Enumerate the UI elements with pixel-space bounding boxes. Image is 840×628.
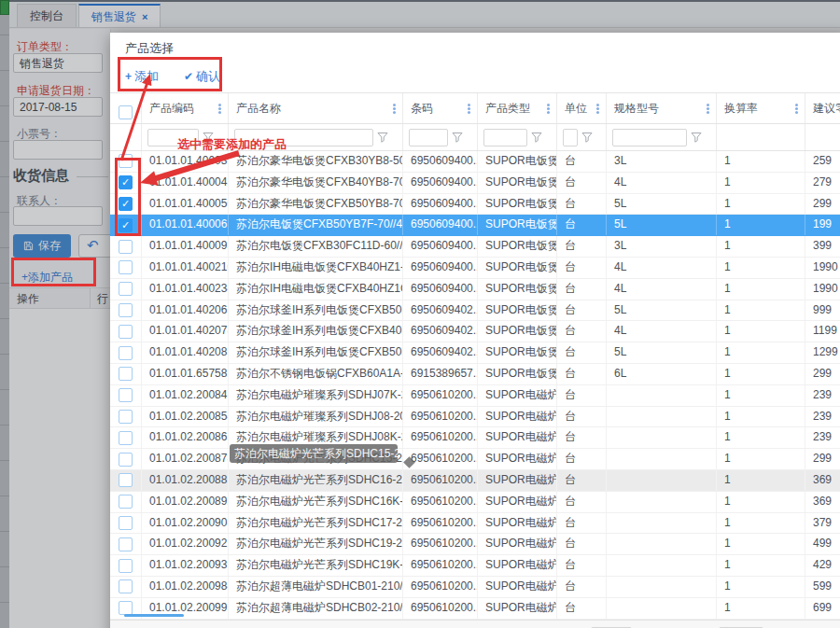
table-row[interactable]: ✓01.01.01.400050苏泊尔豪华电饭煲CFXB50YB8-70//46… — [110, 194, 840, 216]
table-row[interactable]: 01.01.01.402085苏泊尔球釜IH系列电饭煲CFXB50HZ6-1..… — [110, 342, 840, 364]
row-checkbox[interactable] — [119, 473, 133, 487]
column-header[interactable]: 产品编码 — [142, 93, 229, 123]
annotation-box-checkboxes — [115, 158, 141, 236]
table-row[interactable]: 01.01.01.402061苏泊尔球釜IH系列电饭煲CFXB50HC3-1..… — [110, 300, 840, 322]
table-cell: 1 — [717, 513, 805, 534]
column-header[interactable]: 产品名称 — [229, 93, 403, 123]
table-cell — [607, 385, 717, 406]
column-menu-icon[interactable] — [218, 104, 221, 106]
filter-input[interactable] — [612, 129, 687, 147]
column-header[interactable]: 换算率 — [717, 93, 805, 123]
filter-cell — [403, 124, 478, 150]
column-menu-icon[interactable] — [596, 104, 599, 106]
horizontal-scrollbar-thumb[interactable] — [124, 614, 184, 617]
table-cell: 台 — [557, 492, 607, 512]
table-row[interactable]: 01.01.02.200939苏泊尔电磁炉光芒系列SDHC19K-210//46… — [110, 555, 840, 577]
table-cell: 苏泊尔电磁炉光芒系列SDHC17-210//4 — [229, 513, 403, 534]
table-row[interactable]: 01.01.01.400098苏泊尔电饭煲CFXB30FC11D-60//469… — [110, 236, 840, 258]
row-checkbox[interactable] — [119, 601, 133, 615]
table-row[interactable]: 01.01.02.200984苏泊尔超薄电磁炉SDHCB01-210//4695… — [110, 577, 840, 598]
column-menu-icon[interactable] — [547, 104, 550, 106]
row-checkbox[interactable] — [119, 559, 133, 573]
row-checkbox[interactable] — [119, 516, 133, 530]
table-cell: 259 — [805, 151, 840, 172]
table-cell: SUPOR电饭煲 — [478, 321, 557, 342]
table-cell: 台 — [557, 385, 607, 406]
column-menu-icon[interactable] — [468, 104, 470, 106]
table-row[interactable]: ✓01.01.01.400043苏泊尔豪华电饭煲CFXB40YB8-70//46… — [110, 173, 840, 194]
filter-funnel-icon[interactable] — [452, 132, 463, 143]
table-row[interactable]: 01.01.01.657582苏泊尔不锈钢电饭锅CFXB60A1A-90//46… — [110, 364, 840, 385]
column-header[interactable]: 规格型号 — [607, 93, 717, 123]
filter-funnel-icon[interactable] — [581, 132, 593, 143]
checkbox-cell — [110, 470, 142, 491]
table-cell: 台 — [557, 470, 607, 491]
table-row[interactable]: 01.01.01.400036苏泊尔豪华电饭煲CFXB30YB8-50//469… — [110, 151, 840, 173]
row-checkbox[interactable] — [119, 537, 133, 551]
table-cell — [607, 598, 717, 619]
row-checkbox[interactable] — [119, 431, 133, 445]
table-cell: 6950610200... — [403, 427, 478, 448]
column-menu-icon[interactable] — [393, 104, 396, 106]
table-row[interactable]: 01.01.01.400234苏泊尔IH电磁电饭煲CFXB40HZ1C-120.… — [110, 279, 840, 300]
row-checkbox[interactable] — [119, 410, 133, 424]
row-checkbox[interactable] — [119, 367, 133, 381]
table-cell: SUPOR电磁炉 — [478, 407, 557, 427]
table-row[interactable]: ✓01.01.01.400067苏泊尔电饭煲CFXB50YB7F-70//469… — [110, 215, 840, 236]
table-cell: 苏泊尔超薄电磁炉SDHCB02-210//4 — [229, 598, 403, 619]
column-menu-icon[interactable] — [795, 104, 798, 106]
table-row[interactable]: 01.01.02.200878苏泊尔电磁炉光芒系列SDHC15-210//469… — [110, 449, 840, 470]
filter-input[interactable] — [483, 129, 527, 147]
filter-funnel-icon[interactable] — [377, 132, 388, 143]
table-row[interactable]: 01.01.02.200892苏泊尔电磁炉光芒系列SDHC16K-210//46… — [110, 492, 840, 513]
column-menu-icon[interactable] — [707, 104, 709, 106]
row-checkbox[interactable] — [119, 240, 133, 254]
table-row[interactable]: 01.01.02.200908苏泊尔电磁炉光芒系列SDHC17-210//469… — [110, 513, 840, 535]
table-cell: 苏泊尔电饭煲CFXB30FC11D-60//4 — [229, 236, 403, 257]
table-cell: 299 — [805, 364, 840, 384]
column-header[interactable]: 建议零售价 — [805, 93, 840, 123]
table-row[interactable]: 01.01.02.200854苏泊尔电磁炉璀璨系列SDHJ08-200//469… — [110, 407, 840, 428]
column-header[interactable]: 条码 — [403, 93, 478, 123]
table-cell: 279 — [805, 173, 840, 193]
table-row[interactable]: 01.01.02.200922苏泊尔电磁炉光芒系列SDHC19-210//469… — [110, 534, 840, 555]
table-cell: SUPOR电磁炉 — [478, 555, 557, 576]
row-checkbox[interactable] — [119, 388, 133, 402]
table-row[interactable]: 01.01.02.200861苏泊尔电磁炉璀璨系列SDHJ08K-200//46… — [110, 427, 840, 449]
table-cell: 01.01.02.200908 — [142, 513, 229, 534]
table-cell: 5L — [607, 194, 717, 215]
checkbox-cell — [110, 449, 142, 469]
row-checkbox[interactable] — [119, 346, 133, 360]
table-cell: 01.01.02.200984 — [142, 577, 229, 597]
table-row[interactable]: 01.01.01.402078苏泊尔球釜IH系列电饭煲CFXB40HZ6-1..… — [110, 321, 840, 342]
table-row[interactable]: 01.01.01.400210苏泊尔IH电磁电饭煲CFXB40HZ1-120//… — [110, 258, 840, 279]
table-cell: SUPOR电饭煲 — [478, 236, 557, 257]
table-cell: 599 — [805, 577, 840, 597]
row-checkbox[interactable] — [119, 495, 133, 509]
row-checkbox[interactable] — [119, 260, 133, 274]
filter-input[interactable] — [409, 129, 448, 147]
table-cell: 苏泊尔超薄电磁炉SDHCB01-210//4 — [229, 577, 403, 597]
filter-input[interactable] — [563, 129, 578, 147]
filter-funnel-icon[interactable] — [531, 132, 542, 143]
table-cell: 699 — [805, 598, 840, 619]
table-cell: 5L — [607, 342, 717, 363]
table-row[interactable]: 01.01.02.200885苏泊尔电磁炉光芒系列SDHC16-210//469… — [110, 470, 840, 492]
checkbox-cell — [110, 513, 142, 534]
row-checkbox[interactable] — [119, 282, 133, 296]
row-checkbox[interactable] — [119, 325, 133, 339]
row-checkbox[interactable] — [119, 453, 133, 467]
table-cell: 苏泊尔IH电磁电饭煲CFXB40HZ1-120//2 — [229, 258, 403, 278]
table-cell: 3L — [607, 236, 717, 257]
filter-funnel-icon[interactable] — [691, 132, 702, 143]
checkbox-cell — [110, 385, 142, 406]
table-row[interactable]: 01.01.02.200847苏泊尔电磁炉璀璨系列SDHJ07K-200//46… — [110, 385, 840, 407]
table-row[interactable]: 01.01.02.200991苏泊尔超薄电磁炉SDHCB02-210//4695… — [110, 598, 840, 620]
table-cell: 399 — [805, 236, 840, 257]
table-cell: 1 — [717, 385, 805, 406]
row-checkbox[interactable] — [119, 303, 133, 317]
select-all-checkbox[interactable] — [119, 105, 133, 119]
column-header[interactable]: 产品类型 — [478, 93, 557, 123]
column-header[interactable]: 单位 — [557, 93, 607, 123]
row-checkbox[interactable] — [119, 579, 133, 593]
